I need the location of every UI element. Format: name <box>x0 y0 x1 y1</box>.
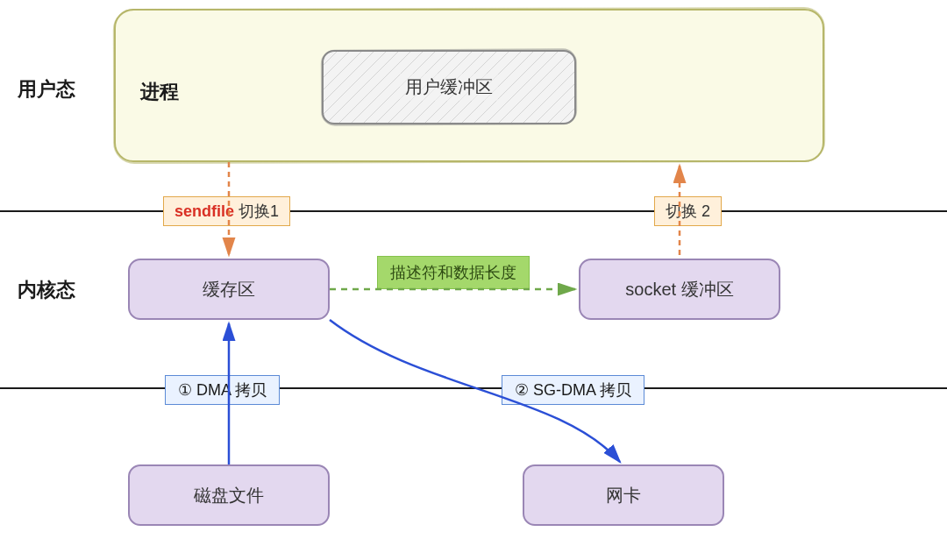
socket-buffer-label: socket 缓冲区 <box>625 278 733 301</box>
process-label: 进程 <box>140 79 179 105</box>
sgdma-copy-label: ② SG-DMA 拷贝 <box>502 375 644 405</box>
dma-copy-label: ① DMA 拷贝 <box>165 375 280 405</box>
layer-label-user: 用户态 <box>18 76 75 103</box>
descriptor-length-label: 描述符和数据长度 <box>377 256 530 289</box>
disk-file-box: 磁盘文件 <box>128 464 330 526</box>
switch2-label: 切换 2 <box>654 196 722 226</box>
nic-box: 网卡 <box>523 464 724 526</box>
disk-file-label: 磁盘文件 <box>194 484 264 507</box>
nic-label: 网卡 <box>606 484 641 507</box>
cache-box: 缓存区 <box>128 259 330 320</box>
layer-label-kernel: 内核态 <box>18 277 75 303</box>
sendfile-suffix-text: 切换1 <box>234 202 279 220</box>
process-container: 进程 用户缓冲区 <box>114 9 824 162</box>
sendfile-fn-text: sendfile <box>174 202 234 220</box>
user-buffer-label: 用户缓冲区 <box>400 74 498 101</box>
sendfile-switch-label: sendfile 切换1 <box>163 196 290 226</box>
user-buffer-box: 用户缓冲区 <box>322 50 576 124</box>
cache-label: 缓存区 <box>203 278 255 301</box>
socket-buffer-box: socket 缓冲区 <box>579 259 780 320</box>
divider-user-kernel <box>0 210 947 212</box>
divider-kernel-hw <box>0 387 947 389</box>
